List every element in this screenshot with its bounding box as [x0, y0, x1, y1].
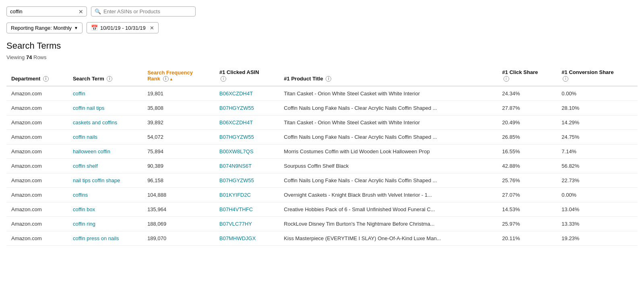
cell-department: Amazon.com: [6, 159, 68, 173]
click-share-info-icon[interactable]: i: [504, 76, 509, 82]
cell-asin[interactable]: B06XCZDH4T: [215, 115, 279, 130]
cell-search-term[interactable]: coffin ring: [68, 217, 142, 231]
keyword-search-input[interactable]: [10, 8, 78, 14]
cell-department: Amazon.com: [6, 101, 68, 115]
asin-info-icon[interactable]: i: [221, 76, 226, 82]
cell-sfr: 96,158: [142, 173, 215, 188]
table-body: Amazon.comcoffin19,801B06XCZDH4TTitan Ca…: [6, 86, 638, 246]
col-header-department: Department i: [6, 65, 68, 86]
table-row: Amazon.comcoffin nails54,072B07HGYZW55Co…: [6, 130, 638, 144]
cell-asin[interactable]: B01KYIFD2C: [215, 188, 279, 202]
cell-click-share: 24.34%: [497, 86, 557, 101]
cell-click-share: 42.88%: [497, 159, 557, 173]
product-title-info-icon[interactable]: i: [326, 76, 331, 82]
cell-product-title: RockLove Disney Tim Burton's The Nightma…: [279, 217, 497, 231]
table-row: Amazon.comhalloween coffin75,894B00XW8L7…: [6, 144, 638, 159]
calendar-icon: 📅: [91, 25, 98, 31]
cell-product-title: Coffin Nails Long Fake Nails - Clear Acr…: [279, 173, 497, 188]
cell-click-share: 26.85%: [497, 130, 557, 144]
cell-department: Amazon.com: [6, 217, 68, 231]
cell-conversion-share: 22.73%: [557, 173, 638, 188]
cell-conversion-share: 7.14%: [557, 144, 638, 159]
sort-asc-icon: ▲: [169, 77, 173, 81]
cell-search-term[interactable]: coffin nail tips: [68, 101, 142, 115]
clear-search-button[interactable]: ✕: [78, 9, 83, 14]
col-header-clicked-asin: #1 Clicked ASINi: [215, 65, 279, 86]
cell-conversion-share: 28.10%: [557, 101, 638, 115]
cell-sfr: 188,069: [142, 217, 215, 231]
search-icon: 🔍: [95, 8, 101, 14]
cell-product-title: Overnight Caskets - Knight Black Brush w…: [279, 188, 497, 202]
asin-search-box[interactable]: 🔍: [91, 6, 196, 16]
cell-search-term[interactable]: caskets and coffins: [68, 115, 142, 130]
asin-search-input[interactable]: [103, 8, 192, 14]
cell-conversion-share: 56.82%: [557, 159, 638, 173]
clear-date-button[interactable]: ✕: [150, 25, 154, 31]
cell-search-term[interactable]: nail tips coffin shape: [68, 173, 142, 188]
cell-search-term[interactable]: coffins: [68, 188, 142, 202]
cell-click-share: 20.49%: [497, 115, 557, 130]
cell-department: Amazon.com: [6, 144, 68, 159]
cell-asin[interactable]: B074N9NS6T: [215, 159, 279, 173]
cell-product-title: Sourpuss Coffin Shelf Black: [279, 159, 497, 173]
cell-sfr: 135,964: [142, 202, 215, 217]
cell-sfr: 75,894: [142, 144, 215, 159]
cell-sfr: 19,801: [142, 86, 215, 101]
table-row: Amazon.comcoffin19,801B06XCZDH4TTitan Ca…: [6, 86, 638, 101]
cell-search-term[interactable]: halloween coffin: [68, 144, 142, 159]
col-header-conversion-share: #1 Conversion Sharei: [557, 65, 638, 86]
col-header-click-share: #1 Click Sharei: [497, 65, 557, 86]
cell-conversion-share: 13.33%: [557, 217, 638, 231]
search-term-info-icon[interactable]: i: [107, 76, 112, 82]
date-range-value: 10/01/19 - 10/31/19: [100, 25, 146, 31]
table-row: Amazon.comnail tips coffin shape96,158B0…: [6, 173, 638, 188]
cell-asin[interactable]: B07HGYZW55: [215, 173, 279, 188]
cell-department: Amazon.com: [6, 188, 68, 202]
cell-product-title: Creative Hobbies Pack of 6 - Small Unfin…: [279, 202, 497, 217]
cell-search-term[interactable]: coffin shelf: [68, 159, 142, 173]
col-header-sfr[interactable]: Search FrequencyRank i▲: [142, 65, 215, 86]
table-row: Amazon.comcoffin shelf90,389B074N9NS6TSo…: [6, 159, 638, 173]
table-row: Amazon.comcaskets and coffins39,892B06XC…: [6, 115, 638, 130]
reporting-range-button[interactable]: Reporting Range: Monthly ▼: [6, 23, 83, 33]
cell-click-share: 16.55%: [497, 144, 557, 159]
cell-sfr: 90,389: [142, 159, 215, 173]
cell-product-title: Kiss Masterpiece (EVERYTIME I SLAY) One-…: [279, 231, 497, 246]
cell-product-title: Coffin Nails Long Fake Nails - Clear Acr…: [279, 101, 497, 115]
cell-department: Amazon.com: [6, 202, 68, 217]
cell-asin[interactable]: B07H4VTHFC: [215, 202, 279, 217]
cell-asin[interactable]: B07HGYZW55: [215, 130, 279, 144]
cell-asin[interactable]: B00XW8L7QS: [215, 144, 279, 159]
cell-asin[interactable]: B07MHWDJGX: [215, 231, 279, 246]
table-row: Amazon.comcoffins104,888B01KYIFD2COverni…: [6, 188, 638, 202]
cell-click-share: 14.53%: [497, 202, 557, 217]
cell-conversion-share: 19.23%: [557, 231, 638, 246]
cell-click-share: 27.07%: [497, 188, 557, 202]
search-terms-table: Department i Search Term i Search Freque…: [6, 65, 638, 246]
cell-conversion-share: 13.04%: [557, 202, 638, 217]
col-header-search-term: Search Term i: [68, 65, 142, 86]
date-range-picker[interactable]: 📅 10/01/19 - 10/31/19 ✕: [87, 22, 159, 33]
cell-sfr: 35,808: [142, 101, 215, 115]
cell-click-share: 25.76%: [497, 173, 557, 188]
cell-search-term[interactable]: coffin box: [68, 202, 142, 217]
conversion-share-info-icon[interactable]: i: [563, 76, 568, 82]
cell-search-term[interactable]: coffin nails: [68, 130, 142, 144]
cell-search-term[interactable]: coffin press on nails: [68, 231, 142, 246]
cell-product-title: Coffin Nails Long Fake Nails - Clear Acr…: [279, 130, 497, 144]
cell-product-title: Titan Casket - Orion White Steel Casket …: [279, 86, 497, 101]
cell-conversion-share: 0.00%: [557, 188, 638, 202]
cell-search-term[interactable]: coffin: [68, 86, 142, 101]
department-info-icon[interactable]: i: [43, 76, 49, 82]
cell-asin[interactable]: B06XCZDH4T: [215, 86, 279, 101]
cell-conversion-share: 14.29%: [557, 115, 638, 130]
keyword-search-box[interactable]: ✕: [6, 6, 87, 16]
page-title: Search Terms: [6, 41, 638, 51]
cell-asin[interactable]: B07HGYZW55: [215, 101, 279, 115]
cell-sfr: 54,072: [142, 130, 215, 144]
cell-asin[interactable]: B07VLC77HY: [215, 217, 279, 231]
table-header-row: Department i Search Term i Search Freque…: [6, 65, 638, 86]
cell-conversion-share: 24.75%: [557, 130, 638, 144]
cell-department: Amazon.com: [6, 115, 68, 130]
sfr-info-icon[interactable]: i: [163, 76, 169, 82]
